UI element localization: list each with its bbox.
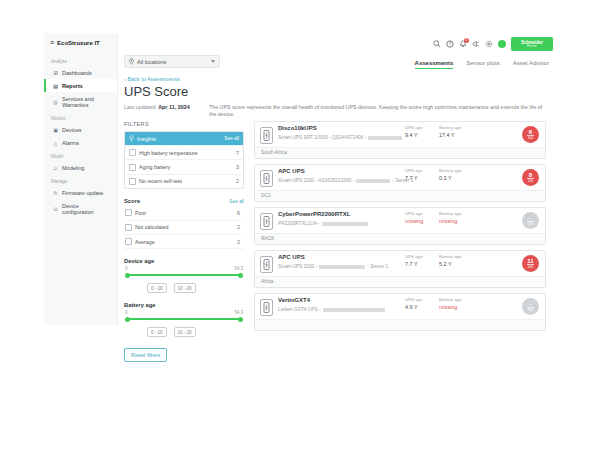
filters-panel: FILTERS Insights See all High battery te… xyxy=(124,121,244,362)
device-age-slider[interactable] xyxy=(127,274,241,276)
battery-age-value: 0.3 Y xyxy=(439,175,461,181)
device-location: RACK xyxy=(255,233,545,244)
page-title: UPS Score xyxy=(124,84,188,99)
device-name: APC UPS xyxy=(278,168,305,174)
sidebar-item-label: Firmware update xyxy=(62,190,103,196)
ups-device-icon xyxy=(260,256,273,273)
ups-age-column: UPS age 9.4 Y xyxy=(405,125,423,138)
filter-no-recent-self-test[interactable]: No recent self-test 2 xyxy=(125,174,243,188)
score-header: Score See all xyxy=(124,198,244,204)
alarms-icon: △ xyxy=(52,140,59,146)
device-name: APC UPS xyxy=(278,254,305,260)
menu-icon[interactable]: ≡ xyxy=(50,39,54,46)
score-see-all-link[interactable]: See all xyxy=(229,199,244,204)
ups-age-value: 9.4 Y xyxy=(405,132,423,138)
insights-header: Insights See all xyxy=(125,132,243,145)
sidebar-item-services-warranties[interactable]: ◎ Services and Warranties xyxy=(44,92,117,111)
sidebar-item-firmware-update[interactable]: ↻ Firmware update xyxy=(44,186,117,199)
device-card[interactable]: APC UPS Smart-UPS 2200 -- Server 1 UPS a… xyxy=(254,250,546,288)
filter-aging-battery[interactable]: Aging battery 3 xyxy=(125,159,243,173)
sidebar-item-modeling[interactable]: ▱ Modeling xyxy=(44,161,117,174)
filter-score-not-calculated[interactable]: Not calculated 2 xyxy=(124,221,244,235)
checkbox[interactable] xyxy=(125,209,132,216)
ups-age-column: UPS age 7.7 Y xyxy=(405,168,423,181)
redacted-text xyxy=(323,308,385,312)
insights-title: Insights xyxy=(137,136,156,142)
sidebar-item-label: Reports xyxy=(62,83,83,89)
slider-max-label: 54.3 xyxy=(234,310,243,315)
battery-age-range-from-input[interactable]: 0 - 10 xyxy=(147,327,167,337)
notifications-bell-icon[interactable]: 4 xyxy=(459,40,467,48)
device-card[interactable]: VertivGXT4 Liebert GXT4 UPS - UPS age 4.… xyxy=(254,293,546,331)
dashboards-icon: ⊞ xyxy=(52,70,59,76)
back-to-assessments-link[interactable]: ‹ Back to Assessments xyxy=(124,76,180,82)
help-icon[interactable]: ? xyxy=(446,40,454,48)
score-badge: 6 100 xyxy=(522,126,539,143)
battery-age-column: Battery age missing xyxy=(439,297,461,310)
sidebar-item-label: Device configuration xyxy=(62,203,111,215)
checkbox[interactable] xyxy=(129,149,136,156)
sidebar-section-manage: Manage xyxy=(44,174,117,186)
device-name: Disco10kUPS xyxy=(278,125,317,131)
sidebar-item-alarms[interactable]: △ Alarms xyxy=(44,136,117,149)
checkbox[interactable] xyxy=(129,178,136,185)
device-age-range-from-input[interactable]: 0 - 10 xyxy=(147,283,167,293)
battery-age-column: Battery age 5.2 Y xyxy=(439,254,461,267)
sidebar-item-devices[interactable]: ▣ Devices xyxy=(44,123,117,136)
ups-age-column: UPS age 4.9 Y xyxy=(405,297,423,310)
filter-count: 2 xyxy=(236,178,239,184)
device-model: PR2200RTXL2UA - xyxy=(278,221,370,226)
checkbox[interactable] xyxy=(125,238,132,245)
checkbox[interactable] xyxy=(125,224,132,231)
app-window: ≡ EcoStruxure IT Analyze ⊞ Dashboards ▤ … xyxy=(44,33,557,325)
insights-see-all-link[interactable]: See all xyxy=(224,136,239,141)
tab-bar: Assessments Sensor plots Asset Advisor xyxy=(415,60,549,69)
tab-asset-advisor[interactable]: Asset Advisor xyxy=(513,60,549,69)
topbar: ? 4 Schneider Electric xyxy=(433,37,553,51)
slider-min-label: 0 xyxy=(125,266,128,271)
filter-score-average[interactable]: Average 2 xyxy=(124,235,244,249)
filter-high-battery-temperature[interactable]: High battery temperature 7 xyxy=(125,145,243,159)
search-icon[interactable] xyxy=(433,40,441,48)
slider-max-label: 54.3 xyxy=(234,266,243,271)
insights-filter-card: Insights See all High battery temperatur… xyxy=(124,131,244,189)
services-icon: ◎ xyxy=(52,99,59,105)
slider-handle-max[interactable] xyxy=(238,317,243,322)
tab-sensor-plots[interactable]: Sensor plots xyxy=(466,60,499,69)
battery-age-range-to-input[interactable]: 10 - 20 xyxy=(174,327,196,337)
last-updated: Last updated: Apr 11, 2024 xyxy=(124,104,190,110)
tab-assessments[interactable]: Assessments xyxy=(415,60,454,69)
reset-filters-button[interactable]: Reset filters xyxy=(124,348,167,362)
sidebar-item-device-configuration[interactable]: ⊙ Device configuration xyxy=(44,199,117,218)
device-card[interactable]: Disco10kUPS Smart-UPS SRT 10000 - QS144S… xyxy=(254,121,546,159)
announcements-icon[interactable] xyxy=(472,40,480,48)
slider-handle-min[interactable] xyxy=(125,273,130,278)
sidebar-item-dashboards[interactable]: ⊞ Dashboards xyxy=(44,66,117,79)
ups-device-icon xyxy=(260,127,273,144)
sidebar-item-reports[interactable]: ▤ Reports xyxy=(44,79,117,92)
device-card[interactable]: CyberPowerPR2200RTXL PR2200RTXL2UA - UPS… xyxy=(254,207,546,245)
battery-age-column: Battery age 0.3 Y xyxy=(439,168,461,181)
filter-count: 6 xyxy=(237,210,240,216)
sidebar-item-label: Modeling xyxy=(62,165,84,171)
location-selector-value: All locations xyxy=(137,59,166,65)
checkbox[interactable] xyxy=(129,164,136,171)
slider-handle-min[interactable] xyxy=(125,317,130,322)
ups-device-icon xyxy=(260,299,273,316)
battery-age-slider[interactable] xyxy=(127,318,241,320)
notification-badge: 4 xyxy=(464,38,469,43)
slider-handle-max[interactable] xyxy=(238,273,243,278)
device-age-range-to-input[interactable]: 10 - 20 xyxy=(174,283,196,293)
sidebar: ≡ EcoStruxure IT Analyze ⊞ Dashboards ▤ … xyxy=(44,33,118,325)
filter-score-poor[interactable]: Poor 6 xyxy=(124,206,244,220)
location-selector[interactable]: All locations xyxy=(124,55,220,68)
device-location xyxy=(255,319,545,330)
user-avatar[interactable] xyxy=(498,40,506,48)
page-description: The UPS score represents the overall hea… xyxy=(209,104,543,118)
device-model: Smart-UPS 2200 - AS1635210260 -- Server … xyxy=(278,178,413,183)
schneider-electric-logo[interactable]: Schneider Electric xyxy=(511,37,553,51)
device-card[interactable]: APC UPS Smart-UPS 2200 - AS1635210260 --… xyxy=(254,164,546,202)
battery-age-column: Battery age 17.4 Y xyxy=(439,125,461,138)
settings-gear-icon[interactable] xyxy=(485,40,493,48)
lightbulb-icon xyxy=(129,135,134,142)
